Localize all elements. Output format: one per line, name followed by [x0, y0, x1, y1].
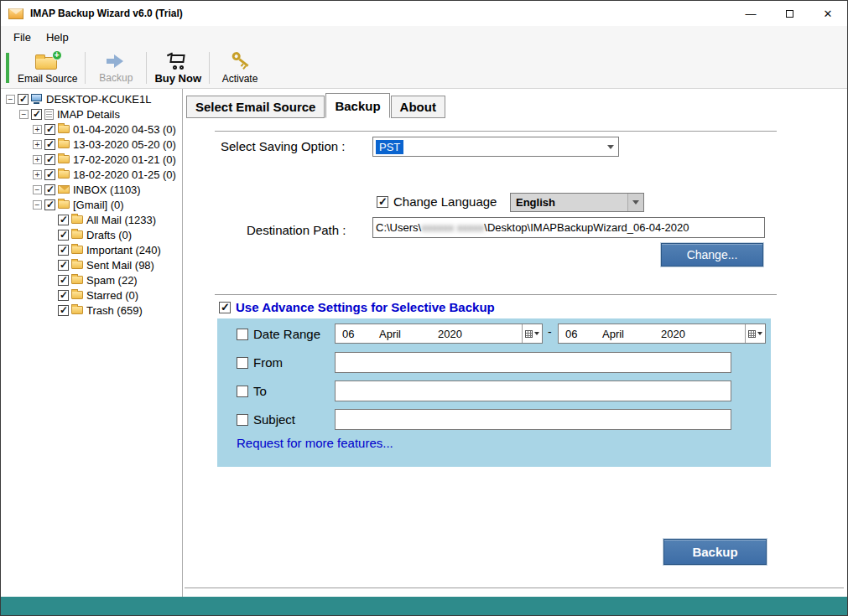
chevron-down-icon[interactable] [602, 137, 618, 156]
subject-input[interactable] [335, 409, 731, 430]
checkbox[interactable] [44, 199, 55, 210]
date-start-field[interactable]: 06 April 2020 [335, 324, 543, 344]
date-range-label[interactable]: Date Range [253, 327, 320, 341]
tree-item-imap-details[interactable]: − IMAP Details [1, 106, 182, 122]
checkbox[interactable] [58, 215, 69, 225]
date-month[interactable]: April [379, 328, 401, 340]
to-checkbox[interactable] [237, 386, 248, 397]
checkbox[interactable] [44, 184, 55, 195]
date-start-picker-button[interactable] [522, 324, 542, 343]
date-range-checkbox[interactable] [237, 329, 248, 340]
toolbar-separator [85, 52, 86, 84]
change-language-label[interactable]: Change Language [393, 194, 497, 209]
tree-item-label: Spam (22) [86, 274, 138, 287]
language-select[interactable]: English [510, 193, 644, 212]
checkbox[interactable] [44, 124, 55, 135]
folder-icon [71, 246, 83, 254]
checkbox[interactable] [18, 94, 29, 105]
tree-item-gmail[interactable]: − [Gmail] (0) [1, 197, 182, 212]
tree-item-desktop[interactable]: − DESKTOP-KCUKE1L [1, 91, 182, 106]
date-end-field[interactable]: 06 April 2020 [558, 324, 766, 344]
tree-item-all-mail[interactable]: All Mail (1233) [1, 212, 182, 227]
tree-item-date-folder[interactable]: + 18-02-2020 01-25 (0) [1, 167, 182, 182]
change-language-row: Change Language [377, 194, 497, 209]
tree-item-date-folder[interactable]: + 13-03-2020 05-20 (0) [1, 137, 182, 152]
toolbar-buy-now-button[interactable]: Buy Now [148, 48, 208, 88]
folder-icon [58, 200, 70, 209]
to-label[interactable]: To [253, 384, 267, 398]
toolbar-activate-button[interactable]: Activate [211, 48, 269, 88]
backup-button[interactable]: Backup [663, 539, 767, 565]
minimize-button[interactable]: — [731, 1, 770, 26]
checkbox[interactable] [31, 109, 42, 120]
subject-label[interactable]: Subject [253, 412, 295, 427]
status-bar [1, 597, 847, 615]
checkbox[interactable] [58, 260, 69, 271]
toolbar-activate-label: Activate [222, 73, 258, 85]
subject-checkbox[interactable] [237, 414, 248, 426]
change-path-button[interactable]: Change... [661, 243, 763, 267]
menu-file[interactable]: File [6, 26, 39, 48]
from-checkbox[interactable] [237, 357, 248, 369]
collapse-icon[interactable]: − [33, 185, 42, 194]
tree-item-spam[interactable]: Spam (22) [1, 272, 182, 287]
toolbar-backup-button[interactable]: Backup [86, 48, 145, 88]
menu-help[interactable]: Help [39, 26, 76, 48]
collapse-icon[interactable]: − [19, 110, 29, 119]
expand-icon[interactable]: + [33, 125, 42, 134]
date-month[interactable]: April [602, 328, 624, 340]
window-controls: — ✕ [731, 1, 847, 26]
tab-backup[interactable]: Backup [325, 93, 389, 118]
folder-icon [58, 155, 70, 163]
date-year[interactable]: 2020 [661, 328, 685, 340]
expand-icon[interactable]: + [33, 170, 42, 179]
checkbox[interactable] [44, 154, 55, 165]
checkbox[interactable] [44, 139, 55, 150]
advance-settings-label[interactable]: Use Advance Settings for Selective Backu… [236, 300, 495, 314]
toolbar-email-source-button[interactable]: Email Source [11, 48, 84, 88]
tree-item-trash[interactable]: Trash (659) [1, 303, 182, 318]
tree-item-important[interactable]: Important (240) [1, 242, 182, 257]
tree-item-sent-mail[interactable]: Sent Mail (98) [1, 257, 182, 272]
chevron-down-icon[interactable] [627, 194, 643, 211]
checkbox[interactable] [58, 290, 69, 301]
tree-item-date-folder[interactable]: + 17-02-2020 01-21 (0) [1, 152, 182, 167]
date-end-picker-button[interactable] [745, 324, 765, 343]
checkbox[interactable] [58, 275, 69, 286]
to-input[interactable] [335, 380, 731, 401]
destination-path-input[interactable]: C:\Users\xxxxxx xxxxx\Desktop\IMAPBackup… [372, 217, 765, 238]
main-panel: Select Email Source Backup About Select … [183, 89, 847, 597]
saving-option-select[interactable]: PST [372, 137, 619, 157]
tree-item-label: 01-04-2020 04-53 (0) [73, 123, 176, 136]
expand-icon[interactable]: + [33, 155, 42, 164]
request-features-link[interactable]: Request for more features... [237, 436, 393, 450]
checkbox[interactable] [58, 230, 69, 241]
checkbox[interactable] [58, 305, 69, 316]
date-day[interactable]: 06 [342, 328, 354, 340]
key-icon [226, 47, 254, 75]
expand-icon[interactable]: + [33, 140, 42, 149]
folder-icon [58, 170, 70, 179]
collapse-icon[interactable]: − [33, 200, 42, 210]
date-year[interactable]: 2020 [438, 328, 462, 340]
folder-icon [71, 306, 83, 314]
advance-settings-panel: Date Range 06 April 2020 - 06 April 2020 [217, 318, 771, 467]
from-input[interactable] [335, 352, 731, 373]
tab-about[interactable]: About [391, 96, 445, 118]
tree-item-starred[interactable]: Starred (0) [1, 287, 182, 303]
change-language-checkbox[interactable] [377, 196, 388, 208]
tree-item-drafts[interactable]: Drafts (0) [1, 227, 182, 242]
tree-item-date-folder[interactable]: + 01-04-2020 04-53 (0) [1, 122, 182, 137]
toolbar-separator [209, 52, 210, 84]
maximize-button[interactable] [770, 1, 809, 26]
tree-item-inbox[interactable]: − INBOX (1103) [1, 182, 182, 197]
close-button[interactable]: ✕ [809, 1, 847, 26]
tab-select-email-source[interactable]: Select Email Source [186, 96, 325, 118]
collapse-icon[interactable]: − [6, 95, 15, 104]
folder-icon [58, 125, 70, 133]
checkbox[interactable] [44, 169, 55, 180]
advance-settings-checkbox[interactable] [219, 302, 231, 313]
from-label[interactable]: From [253, 355, 283, 370]
date-day[interactable]: 06 [565, 328, 577, 340]
checkbox[interactable] [58, 245, 69, 256]
